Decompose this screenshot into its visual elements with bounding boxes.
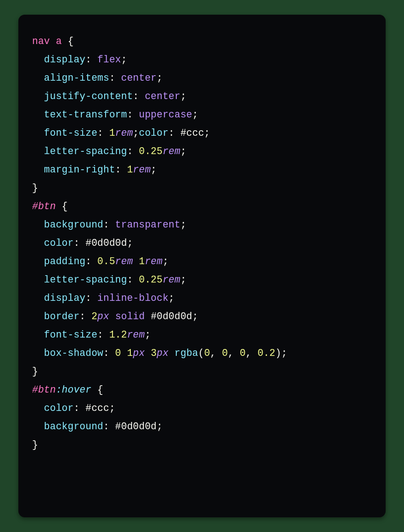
css-unit: rem [133,164,151,175]
css-number: 2 [91,311,97,322]
css-value: #0d0d0d [115,421,157,432]
css-unit: px [157,348,168,359]
selector-id: #btn [32,201,56,212]
css-number: 0.25 [139,274,163,285]
brace-close: } [32,439,38,450]
css-number: 1 [127,348,133,359]
css-number: 0.5 [97,256,115,267]
css-property: color [44,403,74,414]
css-property: align-items [44,72,109,83]
css-value: solid [115,311,145,322]
css-property: margin-right [44,164,115,175]
selector-pseudo: :hover [56,384,92,395]
css-property: font-size [44,329,97,340]
css-value: flex [97,54,121,65]
css-property: display [44,54,85,65]
css-number: 1 [109,127,115,139]
css-number: 0 [115,348,121,359]
css-number: 0.25 [139,146,163,157]
css-value: inline-block [97,293,168,304]
css-value: #ccc [180,127,204,139]
css-property: box-shadow [44,348,103,359]
css-property: background [44,421,103,432]
css-number: 3 [151,348,157,359]
css-unit: rem [163,146,180,157]
css-property: font-size [44,127,97,139]
brace-close: } [32,183,38,194]
css-unit: rem [115,256,133,267]
selector-tag: nav [32,36,50,47]
css-value: #0d0d0d [85,238,127,249]
css-unit: rem [127,329,145,340]
css-property: justify-content [44,91,133,102]
css-property: border [44,311,80,322]
css-unit: px [133,348,145,359]
brace-open: { [97,384,103,395]
selector-id: #btn [32,384,56,395]
brace-open: { [68,36,74,47]
css-function: rgba [174,348,198,359]
css-unit: rem [163,274,180,285]
css-unit: rem [115,127,133,139]
css-value: #0d0d0d [151,311,192,322]
brace-open: { [62,201,68,212]
css-value: center [121,72,157,83]
css-property: letter-spacing [44,146,127,157]
css-number: 1 [127,164,133,175]
css-property: display [44,293,85,304]
css-property: color [139,127,169,139]
css-number: 1 [139,256,145,267]
css-value: center [145,91,180,102]
css-property: color [44,238,74,249]
css-value: transparent [115,219,180,230]
css-number: 1.2 [109,329,127,340]
brace-close: } [32,366,38,377]
css-value: uppercase [139,109,192,120]
css-unit: px [97,311,109,322]
css-value: #ccc [85,403,109,414]
css-property: text-transform [44,109,127,120]
code-snippet-frame: nav a { display: flex; align-items: cent… [18,15,386,517]
css-unit: rem [145,256,163,267]
css-property: background [44,219,103,230]
css-code-block: nav a { display: flex; align-items: cent… [32,32,372,454]
selector-tag: a [56,36,62,47]
css-property: padding [44,256,85,267]
css-property: letter-spacing [44,274,127,285]
